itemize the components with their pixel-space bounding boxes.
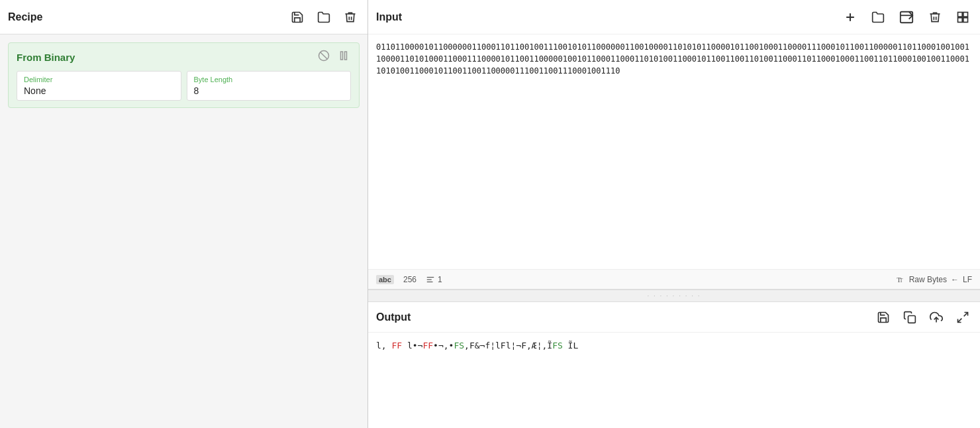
- byte-length-value: 8: [194, 85, 344, 96]
- svg-rect-2: [341, 52, 343, 60]
- recipe-body: From Binary Delimiter None Byte Length: [0, 34, 368, 428]
- expand-output-button[interactable]: [954, 309, 972, 325]
- delimiter-field[interactable]: Delimiter None: [17, 71, 181, 101]
- input-title: Input: [376, 11, 402, 23]
- status-right: TT Raw Bytes ← LF: [896, 275, 972, 284]
- svg-line-20: [958, 318, 962, 322]
- drag-handle[interactable]: · · · · · · · · ·: [368, 290, 980, 302]
- save-output-button[interactable]: [874, 309, 893, 325]
- delete-recipe-button[interactable]: [341, 9, 360, 25]
- input-status-bar: abc 256 1 TT Raw Bytes ← LF: [368, 269, 980, 289]
- svg-rect-8: [958, 12, 963, 17]
- raw-bytes-label: Raw Bytes: [909, 275, 947, 284]
- recipe-header: Recipe: [0, 0, 368, 34]
- left-panel: Recipe From Binary: [0, 0, 368, 428]
- output-toolbar: [874, 309, 972, 325]
- svg-rect-17: [908, 315, 916, 323]
- arrow-icon: ←: [951, 275, 959, 284]
- pause-step-button[interactable]: [336, 50, 351, 64]
- status-left: abc 256 1: [376, 275, 442, 284]
- add-input-button[interactable]: [841, 9, 859, 25]
- import-input-button[interactable]: [897, 9, 916, 26]
- output-text: l, FF l•¬FF•¬,•FS,F&¬f¦lFl¦¬F,Æ¦,ĨFS ĨL: [376, 339, 972, 353]
- newline-label: LF: [963, 275, 972, 284]
- svg-rect-11: [963, 17, 968, 22]
- output-fs2: FS: [552, 341, 563, 350]
- input-text: 0110110000101100000011000110110010011100…: [376, 42, 969, 76]
- byte-length-label: Byte Length: [194, 76, 344, 83]
- step-title: From Binary: [17, 52, 75, 63]
- output-header: Output: [368, 302, 980, 333]
- delete-input-button[interactable]: [926, 9, 944, 25]
- delimiter-label: Delimiter: [24, 76, 174, 83]
- output-content-area: l, FF l•¬FF•¬,•FS,F&¬f¦lFl¦¬F,Æ¦,ĨFS ĨL: [368, 333, 980, 428]
- line-icon: 1: [426, 275, 442, 284]
- open-recipe-button[interactable]: [315, 9, 333, 25]
- svg-line-19: [964, 312, 968, 316]
- recipe-toolbar: [288, 9, 360, 25]
- input-section: Input 011011000010110000: [368, 0, 980, 290]
- svg-line-1: [320, 52, 328, 60]
- line-count: 1: [438, 275, 442, 284]
- step-fields: Delimiter None Byte Length 8: [17, 71, 351, 101]
- output-title: Output: [376, 311, 411, 323]
- input-toolbar: [841, 9, 972, 26]
- svg-rect-3: [345, 52, 347, 60]
- svg-rect-9: [963, 12, 968, 17]
- right-panel: Input 011011000010110000: [368, 0, 980, 428]
- recipe-title: Recipe: [8, 11, 288, 23]
- output-ff1: FF: [391, 341, 402, 350]
- upload-output-button[interactable]: [927, 309, 946, 325]
- svg-text:T: T: [899, 277, 903, 283]
- open-input-button[interactable]: [869, 9, 887, 25]
- svg-rect-10: [958, 17, 963, 22]
- output-ff2: FF: [422, 341, 433, 350]
- input-header: Input: [368, 0, 980, 34]
- layout-input-button[interactable]: [954, 9, 972, 25]
- disable-step-button[interactable]: [317, 50, 331, 64]
- step-controls: [317, 50, 351, 64]
- save-recipe-button[interactable]: [288, 9, 307, 25]
- output-fs1: FS: [454, 341, 464, 350]
- step-card-from-binary: From Binary Delimiter None Byte Length: [8, 42, 360, 108]
- abc-badge: abc: [376, 275, 394, 284]
- byte-length-field[interactable]: Byte Length 8: [187, 71, 352, 101]
- delimiter-value: None: [24, 85, 174, 96]
- input-content-area[interactable]: 0110110000101100000011000110110010011100…: [368, 34, 980, 269]
- step-header: From Binary: [17, 50, 351, 64]
- font-icon: TT: [896, 275, 905, 284]
- copy-output-button[interactable]: [901, 309, 919, 325]
- char-count: 256: [403, 275, 416, 284]
- output-section: Output l, FF l•¬FF•¬,•FS,F&¬f¦lFl¦¬F,Æ¦,…: [368, 302, 980, 428]
